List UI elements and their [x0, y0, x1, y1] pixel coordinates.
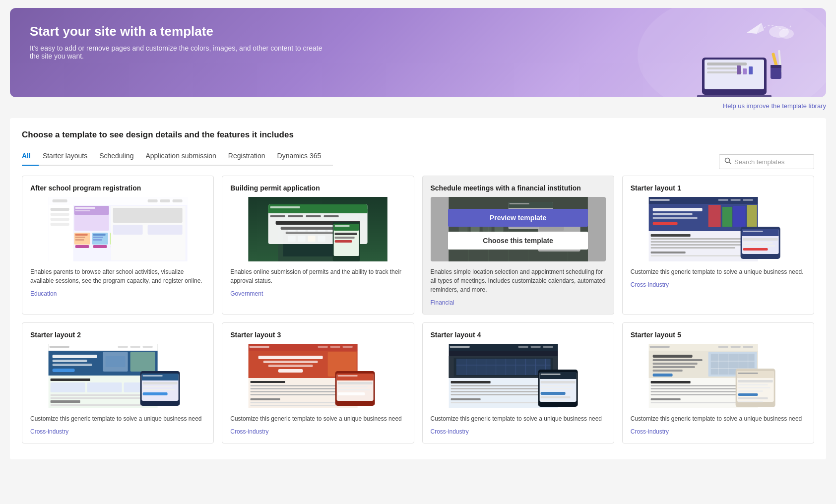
hero-subtitle: It's easy to add or remove pages and cus… — [30, 44, 327, 60]
svg-rect-127 — [652, 213, 692, 215]
help-improve-link[interactable]: Help us improve the template library — [723, 102, 826, 110]
card-starter-layout-1[interactable]: Starter layout 1 — [622, 176, 814, 315]
card-thumb-starter4 — [431, 344, 606, 408]
svg-rect-207 — [530, 346, 540, 348]
card-title: Starter layout 5 — [631, 331, 806, 339]
svg-rect-187 — [251, 381, 285, 383]
card-desc: Enables simple location selection and ap… — [431, 267, 606, 294]
svg-rect-35 — [75, 234, 88, 236]
svg-rect-237 — [540, 392, 565, 395]
svg-rect-79 — [335, 233, 357, 235]
svg-rect-235 — [540, 385, 570, 386]
svg-rect-243 — [718, 346, 728, 348]
svg-rect-183 — [263, 361, 318, 363]
card-desc: Enables parents to browse after school a… — [30, 267, 205, 285]
card-tag: Cross-industry — [30, 428, 205, 435]
card-after-school[interactable]: After school program registration — [22, 176, 214, 315]
svg-rect-169 — [142, 374, 179, 380]
page-heading: Choose a template to see design details … — [22, 130, 814, 140]
card-title: Starter layout 2 — [30, 331, 205, 339]
cards-row-2: Starter layout 2 — [22, 322, 814, 443]
tab-app-submission[interactable]: Application submission — [145, 148, 224, 166]
tab-registration[interactable]: Registration — [228, 148, 273, 166]
svg-rect-48 — [113, 208, 183, 223]
svg-rect-173 — [143, 389, 175, 390]
card-starter-layout-5[interactable]: Starter layout 5 — [622, 322, 814, 443]
svg-rect-199 — [338, 382, 373, 384]
card-tag: Cross-industry — [230, 428, 405, 435]
tabs: All Starter layouts Scheduling Applicati… — [22, 148, 333, 166]
preview-template-btn[interactable]: Preview template — [448, 209, 588, 227]
svg-rect-71 — [324, 215, 339, 217]
svg-rect-248 — [652, 359, 702, 361]
svg-rect-247 — [652, 355, 692, 358]
svg-rect-160 — [51, 382, 85, 392]
svg-rect-165 — [51, 400, 80, 403]
tab-starter[interactable]: Starter layouts — [43, 148, 95, 166]
svg-rect-81 — [335, 240, 352, 243]
svg-rect-153 — [53, 360, 87, 362]
svg-rect-238 — [540, 396, 570, 398]
svg-rect-148 — [118, 346, 128, 348]
svg-rect-150 — [143, 346, 153, 348]
card-title: Starter layout 4 — [431, 331, 606, 339]
choose-template-btn[interactable]: Choose this template — [448, 232, 588, 250]
svg-rect-201 — [338, 389, 370, 390]
card-title: Schedule meetings with a financial insti… — [431, 184, 606, 192]
svg-rect-133 — [650, 244, 750, 246]
svg-rect-275 — [738, 390, 763, 392]
svg-rect-182 — [258, 356, 323, 359]
svg-rect-242 — [649, 346, 669, 348]
svg-rect-158 — [130, 352, 155, 372]
svg-rect-271 — [738, 373, 758, 374]
svg-rect-197 — [337, 374, 374, 380]
card-title: Starter layout 1 — [631, 184, 806, 192]
svg-rect-40 — [93, 237, 103, 238]
svg-rect-131 — [650, 238, 750, 240]
svg-rect-50 — [148, 225, 183, 235]
svg-rect-128 — [652, 217, 697, 219]
tab-dynamics[interactable]: Dynamics 365 — [277, 148, 329, 166]
svg-line-18 — [729, 162, 731, 164]
svg-rect-80 — [335, 237, 355, 239]
card-tag: Cross-industry — [631, 281, 806, 288]
card-tag: Cross-industry — [431, 428, 606, 435]
svg-rect-24 — [173, 199, 183, 202]
card-tag: Cross-industry — [631, 428, 806, 435]
svg-rect-77 — [334, 224, 359, 231]
svg-rect-118 — [718, 199, 728, 201]
svg-rect-178 — [318, 346, 328, 348]
svg-rect-28 — [51, 218, 69, 221]
svg-rect-136 — [650, 255, 750, 256]
svg-rect-132 — [650, 241, 745, 243]
card-starter-layout-2[interactable]: Starter layout 2 — [22, 322, 214, 443]
svg-rect-122 — [708, 205, 720, 227]
card-schedule-meetings[interactable]: Schedule meetings with a financial insti… — [422, 176, 614, 315]
svg-rect-276 — [738, 393, 758, 396]
svg-rect-149 — [130, 346, 140, 348]
svg-rect-232 — [539, 372, 576, 379]
svg-rect-265 — [650, 394, 740, 395]
svg-rect-41 — [93, 239, 102, 241]
svg-rect-233 — [540, 374, 560, 375]
card-starter-layout-4[interactable]: Starter layout 4 — [422, 322, 614, 443]
svg-rect-154 — [53, 364, 92, 366]
svg-rect-11 — [749, 66, 753, 74]
svg-rect-142 — [743, 242, 772, 244]
card-building-permit[interactable]: Building permit application — [222, 176, 414, 315]
card-title: Building permit application — [230, 184, 405, 192]
svg-rect-130 — [650, 234, 690, 237]
svg-rect-245 — [743, 346, 753, 348]
tabs-search-row: All Starter layouts Scheduling Applicati… — [22, 148, 814, 176]
svg-rect-266 — [650, 398, 680, 400]
svg-rect-143 — [743, 245, 775, 247]
card-desc: Enables online submission of permits and… — [230, 267, 405, 285]
svg-rect-120 — [743, 199, 753, 201]
card-starter-layout-3[interactable]: Starter layout 3 — [222, 322, 414, 443]
svg-rect-27 — [51, 213, 69, 216]
search-input[interactable] — [734, 158, 809, 166]
tab-scheduling[interactable]: Scheduling — [99, 148, 141, 166]
search-box[interactable] — [719, 154, 814, 169]
svg-rect-7 — [707, 67, 737, 69]
tab-all[interactable]: All — [22, 148, 39, 166]
